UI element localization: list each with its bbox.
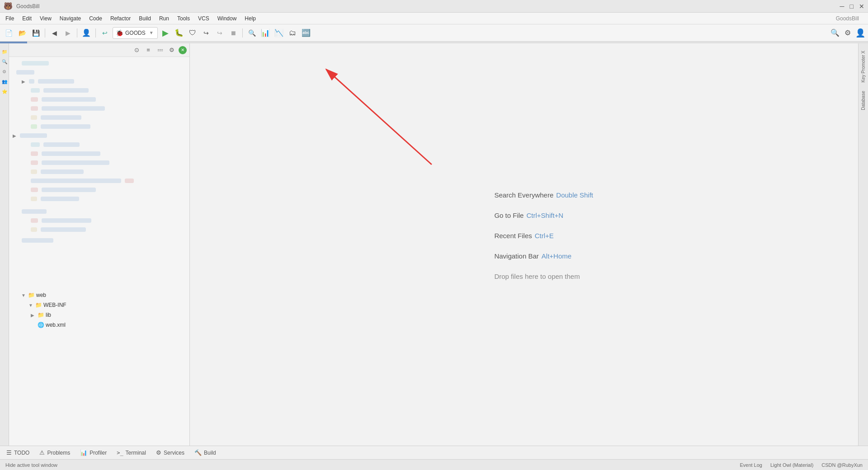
tb-translate[interactable]: 🔤 [300, 27, 312, 39]
user-btn[interactable]: CSDN @RubyXun [820, 462, 864, 468]
left-strip-item-3[interactable]: ⚙ [0, 67, 9, 76]
tb-coverage2[interactable]: 📊 [259, 27, 271, 39]
nav-bar-label: Navigation Bar [494, 252, 538, 260]
tree-row-blurred-12 [9, 158, 189, 167]
lib-folder-icon: 📁 [38, 312, 44, 318]
win-maximize[interactable]: □ [850, 3, 854, 10]
webxml-file-icon: 🌐 [38, 322, 44, 328]
tb-coverage[interactable]: 🛡 [187, 27, 198, 39]
right-strip: Key Promoter X Database [858, 43, 868, 446]
tree-web-folder[interactable]: ▼ 📁 web [9, 290, 189, 300]
left-strip-item-1[interactable]: 📁 [0, 47, 9, 56]
tree-row-blurred-16 [9, 194, 189, 203]
recent-files-label: Recent Files [494, 232, 532, 240]
menu-tools[interactable]: Tools [174, 14, 193, 23]
tb-run[interactable]: ▶ [160, 27, 171, 39]
run-config-dropdown[interactable]: 🐞 GOODS ▼ [113, 27, 158, 39]
tb-profiler[interactable]: 📉 [273, 27, 285, 39]
panel-close-btn[interactable]: ✕ [179, 46, 187, 54]
panel-group-btn[interactable]: ≡ [143, 45, 153, 55]
tree-row-blurred-17 [9, 207, 189, 216]
menu-help[interactable]: Help [241, 14, 259, 23]
tb-settings[interactable]: ⚙ [843, 28, 853, 38]
tab-build[interactable]: 🔨 Build [190, 446, 221, 459]
tab-problems[interactable]: ⚠ Problems [35, 446, 75, 459]
bottom-tabs: ☰ TODO ⚠ Problems 📊 Profiler >_ Terminal… [0, 446, 868, 459]
tb-new-file[interactable]: 📄 [3, 27, 14, 39]
lib-folder-label: lib [46, 312, 51, 318]
left-strip-item-5[interactable]: ⭐ [0, 87, 9, 96]
left-strip-item-2[interactable]: 🔍 [0, 57, 9, 66]
tb-edit-run[interactable]: 👤 [80, 27, 92, 39]
goto-file-hint: Go to File Ctrl+Shift+N [494, 212, 593, 219]
tree-row-blurred-19 [9, 225, 189, 234]
menu-navigate[interactable]: Navigate [56, 14, 85, 23]
tb-redo2[interactable]: ↪ [214, 27, 226, 39]
tree-row-blurred-6 [9, 104, 189, 113]
tb-back[interactable]: ◀ [48, 27, 60, 39]
tb-search[interactable]: 🔍 [246, 27, 258, 39]
tree-webxml-file[interactable]: ▶ 🌐 web.xml [9, 320, 189, 330]
menu-view[interactable]: View [36, 14, 55, 23]
menu-file[interactable]: File [2, 14, 18, 23]
menu-code[interactable]: Code [85, 14, 106, 23]
project-tree[interactable]: ▶ [9, 57, 189, 446]
tb-forward[interactable]: ▶ [62, 27, 74, 39]
tree-webinf-folder[interactable]: ▼ 📁 WEB-INF [9, 300, 189, 310]
tree-row-blurred-1 [9, 59, 189, 68]
search-everywhere-label: Search Everywhere [494, 191, 553, 199]
hide-tool-window-btn[interactable]: Hide active tool window [4, 462, 59, 468]
web-folder-icon: 📁 [28, 292, 35, 298]
tb-stop[interactable]: ⏹ [227, 27, 239, 39]
tab-services[interactable]: ⚙ Services [151, 446, 189, 459]
panel-flatten-btn[interactable]: ⩶ [155, 45, 165, 55]
tree-row-blurred-10 [9, 140, 189, 149]
right-strip-key-promoter[interactable]: Key Promoter X [860, 47, 867, 86]
status-left: Hide active tool window [4, 462, 59, 468]
menu-build[interactable]: Build [135, 14, 155, 23]
event-log-btn[interactable]: Event Log [738, 462, 764, 468]
tb-open[interactable]: 📂 [16, 27, 28, 39]
menu-edit[interactable]: Edit [19, 14, 35, 23]
services-icon: ⚙ [156, 449, 161, 456]
win-close[interactable]: ✕ [859, 3, 864, 10]
right-strip-database[interactable]: Database [860, 87, 867, 114]
build-icon: 🔨 [194, 449, 202, 456]
tb-avatar[interactable]: 👤 [855, 28, 865, 38]
goto-file-shortcut: Ctrl+Shift+N [526, 212, 563, 219]
tab-profiler[interactable]: 📊 Profiler [75, 446, 111, 459]
tb-undo[interactable]: ↩ [99, 27, 111, 39]
panel-scope-btn[interactable]: ⊙ [132, 45, 142, 55]
win-minimize[interactable]: ─ [840, 3, 844, 10]
tree-row-blurred-3: ▶ [9, 77, 189, 86]
menu-window[interactable]: Window [214, 14, 241, 23]
tb-search-everywhere[interactable]: 🔍 [830, 28, 840, 38]
tree-row-blurred-20 [9, 236, 189, 245]
tb-redo[interactable]: ↪ [200, 27, 212, 39]
menu-run[interactable]: Run [156, 14, 173, 23]
tree-lib-folder[interactable]: ▶ 📁 lib [9, 310, 189, 320]
webinf-folder-icon: 📁 [35, 302, 42, 308]
tab-terminal[interactable]: >_ Terminal [112, 446, 151, 459]
tab-todo[interactable]: ☰ TODO [2, 446, 34, 459]
goto-file-label: Go to File [494, 212, 524, 219]
theme-btn[interactable]: Light Owl (Material) [769, 462, 815, 468]
recent-files-shortcut: Ctrl+E [535, 232, 554, 240]
tab-todo-label: TODO [14, 450, 29, 456]
tb-sep-1 [45, 28, 45, 38]
tab-build-label: Build [204, 450, 216, 456]
webinf-folder-label: WEB-INF [43, 302, 66, 308]
run-config-icon: 🐞 [116, 29, 123, 37]
tb-db[interactable]: 🗂 [287, 27, 298, 39]
svg-line-1 [326, 69, 431, 164]
menu-bar: File Edit View Navigate Code Refactor Bu… [0, 13, 868, 24]
tree-web-arrow: ▼ [21, 293, 27, 298]
title-bar: 🐻 GoodsBill ─ □ ✕ [0, 0, 868, 13]
menu-vcs[interactable]: VCS [194, 14, 213, 23]
menu-refactor[interactable]: Refactor [107, 14, 134, 23]
tb-save[interactable]: 💾 [30, 27, 42, 39]
tb-debug[interactable]: 🐛 [173, 27, 185, 39]
panel-settings-btn[interactable]: ⚙ [167, 45, 177, 55]
tree-row-blurred-9: ▶ [9, 131, 189, 140]
left-strip-item-4[interactable]: 👥 [0, 77, 9, 86]
